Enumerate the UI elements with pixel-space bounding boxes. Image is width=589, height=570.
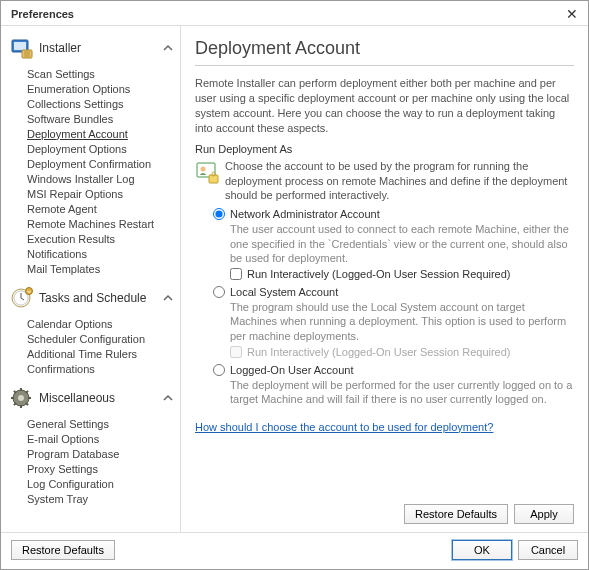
sidebar-item-enumeration-options[interactable]: Enumeration Options — [27, 81, 176, 96]
section-tasks: Tasks and Schedule Calendar Options Sche… — [7, 282, 176, 376]
checkbox-run-interactively-2-input — [230, 346, 242, 358]
opt-desc: The deployment will be performed for the… — [213, 378, 574, 407]
section-header-misc[interactable]: Miscellaneous — [7, 382, 176, 414]
titlebar: Preferences ✕ — [1, 1, 588, 26]
radio-network-admin-input[interactable] — [213, 208, 225, 220]
checkbox-run-interactively-1-input[interactable] — [230, 268, 242, 280]
group-desc: Choose the account to be used by the pro… — [225, 159, 574, 202]
sidebar-item-scheduler-configuration[interactable]: Scheduler Configuration — [27, 331, 176, 346]
restore-defaults-button[interactable]: Restore Defaults — [404, 504, 508, 524]
opt-desc: The user account used to connect to each… — [213, 222, 574, 265]
window-title: Preferences — [11, 8, 74, 20]
sidebar-item-collections-settings[interactable]: Collections Settings — [27, 96, 176, 111]
sub-opt-run-interactively-2: Run Interactively (Logged-On User Sessio… — [213, 346, 574, 358]
section-label: Installer — [39, 41, 162, 55]
sidebar-item-proxy-settings[interactable]: Proxy Settings — [27, 461, 176, 476]
radio-label: Logged-On User Account — [230, 364, 354, 376]
intro-text: Remote Installer can perform deployment … — [195, 76, 574, 135]
help-link[interactable]: How should I choose the account to be us… — [195, 421, 574, 433]
group-box: Choose the account to be used by the pro… — [195, 159, 574, 202]
sidebar-item-remote-machines-restart[interactable]: Remote Machines Restart — [27, 216, 176, 231]
radio-logged-on-user-input[interactable] — [213, 364, 225, 376]
sidebar-item-remote-agent[interactable]: Remote Agent — [27, 201, 176, 216]
restore-all-defaults-button[interactable]: Restore Defaults — [11, 540, 115, 560]
body: Installer Scan Settings Enumeration Opti… — [1, 26, 588, 532]
opt-desc: The program should use the Local System … — [213, 300, 574, 343]
sidebar: Installer Scan Settings Enumeration Opti… — [1, 26, 181, 532]
close-icon[interactable]: ✕ — [566, 7, 578, 21]
checkbox-label: Run Interactively (Logged-On User Sessio… — [247, 268, 511, 280]
chevron-up-icon — [162, 392, 174, 404]
account-icon — [195, 160, 219, 184]
radio-label: Local System Account — [230, 286, 338, 298]
sidebar-item-deployment-account[interactable]: Deployment Account — [27, 126, 176, 141]
section-label: Tasks and Schedule — [39, 291, 162, 305]
sidebar-item-log-configuration[interactable]: Log Configuration — [27, 476, 176, 491]
apply-button[interactable]: Apply — [514, 504, 574, 524]
section-items-installer: Scan Settings Enumeration Options Collec… — [7, 64, 176, 276]
section-items-misc: General Settings E-mail Options Program … — [7, 414, 176, 506]
sidebar-item-general-settings[interactable]: General Settings — [27, 416, 176, 431]
radio-logged-on-user[interactable]: Logged-On User Account — [213, 364, 574, 376]
cancel-button[interactable]: Cancel — [518, 540, 578, 560]
sidebar-item-program-database[interactable]: Program Database — [27, 446, 176, 461]
options: Network Administrator Account The user a… — [195, 208, 574, 412]
sub-opt-run-interactively-1: Run Interactively (Logged-On User Sessio… — [213, 268, 574, 280]
svg-point-9 — [201, 167, 206, 172]
radio-label: Network Administrator Account — [230, 208, 380, 220]
opt-network-admin: Network Administrator Account The user a… — [213, 208, 574, 280]
checkbox-run-interactively-1[interactable]: Run Interactively (Logged-On User Sessio… — [230, 268, 574, 280]
chevron-up-icon — [162, 42, 174, 54]
radio-network-admin[interactable]: Network Administrator Account — [213, 208, 574, 220]
checkbox-label: Run Interactively (Logged-On User Sessio… — [247, 346, 511, 358]
section-label: Miscellaneous — [39, 391, 162, 405]
sidebar-item-system-tray[interactable]: System Tray — [27, 491, 176, 506]
sidebar-item-windows-installer-log[interactable]: Windows Installer Log — [27, 171, 176, 186]
sidebar-item-notifications[interactable]: Notifications — [27, 246, 176, 261]
radio-local-system-input[interactable] — [213, 286, 225, 298]
checkbox-run-interactively-2: Run Interactively (Logged-On User Sessio… — [230, 346, 574, 358]
sidebar-item-additional-time-rulers[interactable]: Additional Time Rulers — [27, 346, 176, 361]
sidebar-item-calendar-options[interactable]: Calendar Options — [27, 316, 176, 331]
group-label: Run Deployment As — [195, 143, 574, 155]
sidebar-item-email-options[interactable]: E-mail Options — [27, 431, 176, 446]
dialog-footer: Restore Defaults OK Cancel — [1, 532, 588, 566]
section-items-tasks: Calendar Options Scheduler Configuration… — [7, 314, 176, 376]
clock-icon — [9, 286, 33, 310]
section-header-installer[interactable]: Installer — [7, 32, 176, 64]
opt-local-system: Local System Account The program should … — [213, 286, 574, 358]
content-footer: Restore Defaults Apply — [195, 496, 574, 524]
section-header-tasks[interactable]: Tasks and Schedule — [7, 282, 176, 314]
sidebar-item-msi-repair-options[interactable]: MSI Repair Options — [27, 186, 176, 201]
sidebar-item-confirmations[interactable]: Confirmations — [27, 361, 176, 376]
gear-icon — [9, 386, 33, 410]
page-title: Deployment Account — [195, 38, 574, 66]
radio-local-system[interactable]: Local System Account — [213, 286, 574, 298]
sidebar-item-execution-results[interactable]: Execution Results — [27, 231, 176, 246]
sidebar-item-deployment-options[interactable]: Deployment Options — [27, 141, 176, 156]
content: Deployment Account Remote Installer can … — [181, 26, 588, 532]
sidebar-item-mail-templates[interactable]: Mail Templates — [27, 261, 176, 276]
opt-logged-on-user: Logged-On User Account The deployment wi… — [213, 364, 574, 407]
sidebar-item-deployment-confirmation[interactable]: Deployment Confirmation — [27, 156, 176, 171]
svg-point-5 — [26, 288, 33, 295]
ok-button[interactable]: OK — [452, 540, 512, 560]
sidebar-item-scan-settings[interactable]: Scan Settings — [27, 66, 176, 81]
svg-rect-1 — [14, 42, 26, 50]
section-misc: Miscellaneous General Settings E-mail Op… — [7, 382, 176, 506]
sidebar-item-software-bundles[interactable]: Software Bundles — [27, 111, 176, 126]
installer-icon — [9, 36, 33, 60]
svg-point-7 — [18, 395, 24, 401]
chevron-up-icon — [162, 292, 174, 304]
section-installer: Installer Scan Settings Enumeration Opti… — [7, 32, 176, 276]
